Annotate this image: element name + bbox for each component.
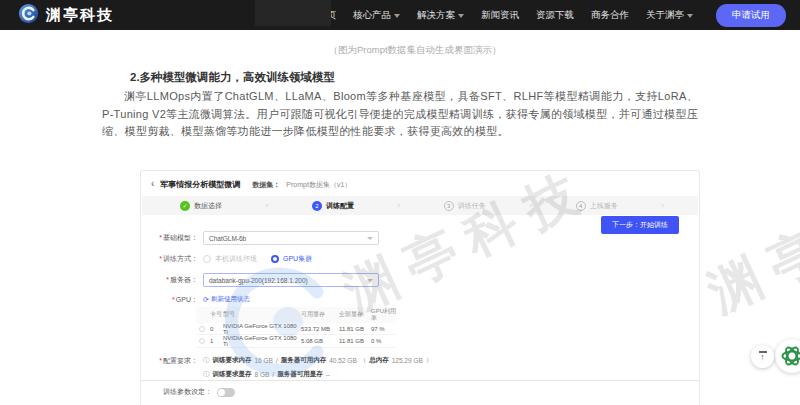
- body-paragraph: 渊亭LLMOps内置了ChatGLM、LLaMA、Bloom等多种基座模型，具备…: [102, 88, 698, 141]
- chevron-down-icon: [687, 14, 693, 18]
- required-marker: *: [166, 276, 169, 283]
- dataset-label: 数据集：: [252, 180, 280, 190]
- required-marker: *: [159, 234, 162, 241]
- nav-item-solutions[interactable]: 解决方案: [417, 9, 464, 22]
- train-mode-radio-gpu-cluster[interactable]: [271, 255, 279, 263]
- train-mode-label: 训练方式：: [163, 255, 198, 262]
- nav-item-downloads[interactable]: 资源下载: [536, 9, 574, 22]
- gpu-table: 卡号 型号 可用显存 全部显存 GPU利用率 0 NVIDIA GeForce …: [196, 307, 396, 348]
- base-model-row: *基础模型： ChatGLM-6b: [141, 231, 699, 245]
- green-logo-button[interactable]: [775, 339, 800, 373]
- step-deploy-service[interactable]: 4 上线服务: [576, 201, 618, 211]
- info-icon: [203, 356, 210, 365]
- step-train-config[interactable]: 2 训练配置: [312, 201, 354, 211]
- chevron-down-icon: [367, 279, 373, 282]
- requirement-line-memory: 训练要求内存 16 GB / 服务器可用内存 40.52 GB （ 总内存 12…: [203, 356, 432, 365]
- step-arrow-icon: ›: [266, 201, 269, 210]
- step-number: 4: [576, 201, 586, 211]
- nav-item-news[interactable]: 新闻资讯: [481, 9, 519, 22]
- section-divider: [141, 380, 699, 381]
- requirement-line-vram: 训练要求显存 8 GB / 服务器可用显存 --: [203, 370, 432, 379]
- nav-item-business[interactable]: 商务合作: [591, 9, 629, 22]
- gpu-table-header: 卡号 型号 可用显存 全部显存 GPU利用率: [196, 307, 396, 323]
- arrow-up-icon: ↑: [760, 353, 765, 362]
- server-row: *服务器： databank-gpu-200(192.168.1.200): [141, 273, 699, 287]
- gpu-table-row[interactable]: 0 NVIDIA GeForce GTX 1080 Ti 533.72 MB 1…: [196, 323, 396, 336]
- page: 渊亭科技 首页 核心产品 解决方案 新闻资讯 资源下载 商务合作 关于渊亭 申请…: [0, 0, 800, 405]
- step-data-select[interactable]: ✓ 数据选择: [180, 201, 222, 211]
- chevron-down-icon: [394, 14, 400, 18]
- section-heading: 2.多种模型微调能力，高效训练领域模型: [130, 70, 335, 85]
- required-marker: *: [159, 357, 162, 364]
- gpu-table-row[interactable]: 1 NVIDIA GeForce GTX 1080 Ti 5.08 GB 11.…: [196, 335, 396, 348]
- green-knot-icon: [779, 343, 800, 369]
- training-config-form: *基础模型： ChatGLM-6b *训练方式： 本机训练环境 GPU集群 *服…: [141, 231, 699, 384]
- params-toggle-label: 训练参数设定：: [163, 387, 212, 397]
- info-icon: [203, 370, 210, 379]
- train-mode-option-gpu-cluster[interactable]: GPU集群: [283, 254, 312, 264]
- server-select[interactable]: databank-gpu-200(192.168.1.200): [203, 273, 379, 287]
- back-to-top-button[interactable]: ↑: [751, 345, 774, 368]
- params-toggle-switch[interactable]: [217, 388, 235, 397]
- gpu-radio[interactable]: [199, 326, 205, 332]
- step-done-check-icon: ✓: [180, 201, 190, 211]
- company-logo-icon: [18, 3, 39, 28]
- gpu-radio[interactable]: [199, 338, 205, 344]
- step-number: 2: [312, 201, 322, 211]
- step-arrow-icon: ›: [529, 201, 532, 210]
- chevron-down-icon: [367, 237, 373, 240]
- step-train-task[interactable]: 3 训练任务: [444, 201, 486, 211]
- server-label: 服务器：: [170, 276, 198, 283]
- requirements-label: 配置要求：: [163, 357, 198, 364]
- base-model-select[interactable]: ChatGLM-6b: [203, 231, 379, 245]
- required-marker: *: [159, 255, 162, 262]
- demo-card-header: ‹ 军事情报分析模型微调 数据集： Prompt数据集（v1）: [141, 171, 699, 192]
- demo-card: ‹ 军事情报分析模型微调 数据集： Prompt数据集（v1） ✓ 数据选择 ›…: [140, 170, 700, 405]
- apply-trial-button[interactable]: 申请试用: [716, 4, 786, 27]
- brand[interactable]: 渊亭科技: [18, 3, 114, 28]
- gpu-row: *GPU： 刷新使用状态: [141, 295, 699, 304]
- steps-bar: ✓ 数据选择 › 2 训练配置 › 3 训练任务 › 4 上线服务 ›: [142, 196, 698, 215]
- train-mode-row: *训练方式： 本机训练环境 GPU集群: [141, 254, 699, 264]
- demo-title: 军事情报分析模型微调: [160, 179, 240, 190]
- refresh-icon: [203, 296, 209, 304]
- nav-item-products[interactable]: 核心产品: [353, 9, 400, 22]
- step-arrow-icon: ›: [661, 201, 664, 210]
- brand-name: 渊亭科技: [46, 6, 114, 25]
- required-marker: *: [172, 296, 175, 303]
- back-icon[interactable]: ‹: [151, 179, 154, 189]
- nav-item-about[interactable]: 关于渊亭: [646, 9, 693, 22]
- train-mode-option-local[interactable]: 本机训练环境: [215, 254, 257, 264]
- base-model-label: 基础模型：: [163, 234, 198, 241]
- params-toggle-row: 训练参数设定：: [163, 387, 235, 397]
- step-arrow-icon: ›: [398, 201, 401, 210]
- site-header: 渊亭科技 首页 核心产品 解决方案 新闻资讯 资源下载 商务合作 关于渊亭 申请…: [0, 0, 800, 30]
- watermark-text: 渊亭科技: [697, 154, 800, 329]
- train-mode-radio-local[interactable]: [203, 255, 211, 263]
- dataset-value: Prompt数据集（v1）: [286, 180, 351, 190]
- figure-caption: （图为Prompt数据集自动生成界面演示）: [130, 44, 700, 57]
- gpu-label: GPU：: [176, 296, 198, 303]
- chevron-down-icon: [458, 14, 464, 18]
- main-nav: 首页 核心产品 解决方案 新闻资讯 资源下载 商务合作 关于渊亭 申请试用: [317, 4, 786, 27]
- header-dropdown-shadow: [255, 0, 331, 26]
- refresh-status-link[interactable]: 刷新使用状态: [203, 295, 250, 304]
- step-number: 3: [444, 201, 454, 211]
